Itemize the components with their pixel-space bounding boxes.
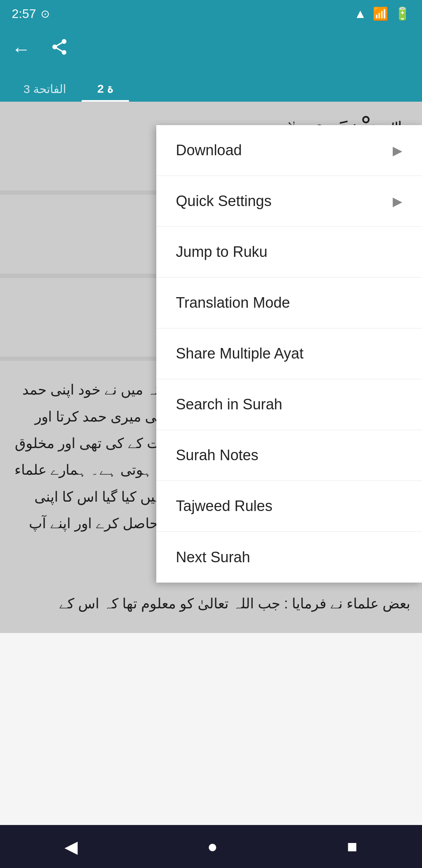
menu-item-share-multiple-ayat[interactable]: Share Multiple Ayat: [156, 328, 422, 379]
signal-icon: 📶: [373, 6, 388, 21]
share-button[interactable]: [50, 38, 69, 60]
dropdown-menu: Download ▶ Quick Settings ▶ Jump to Ruku…: [156, 125, 422, 583]
menu-item-search-in-surah[interactable]: Search in Surah: [156, 379, 422, 430]
back-button[interactable]: ←: [12, 38, 30, 60]
menu-surah-notes-label: Surah Notes: [176, 447, 258, 464]
main-content: بِّ الْعٰلَمِيْنَ ۙ 1 پارہ رکوع 1 سورۃ ر…: [0, 102, 422, 633]
menu-quick-settings-label: Quick Settings: [176, 193, 272, 210]
status-bar-left: 2:57 ⊙: [12, 7, 50, 21]
tab-2[interactable]: 2 ة: [82, 77, 129, 102]
battery-icon: 🔋: [395, 6, 410, 21]
tabs-bar: الفاتحة 3 2 ة: [0, 70, 422, 102]
status-time: 2:57: [12, 7, 36, 21]
menu-item-surah-notes[interactable]: Surah Notes: [156, 430, 422, 481]
menu-item-download[interactable]: Download ▶: [156, 125, 422, 176]
menu-item-tajweed-rules[interactable]: Tajweed Rules: [156, 481, 422, 532]
menu-item-next-surah[interactable]: Next Surah: [156, 532, 422, 583]
menu-next-surah-label: Next Surah: [176, 549, 250, 566]
bottom-nav: ◀ ● ■: [0, 825, 422, 868]
toolbar: ←: [0, 27, 422, 70]
menu-tajweed-label: Tajweed Rules: [176, 498, 272, 515]
status-bar: 2:57 ⊙ ▲ 📶 🔋: [0, 0, 422, 27]
menu-jump-ruku-label: Jump to Ruku: [176, 244, 267, 260]
status-bar-right: ▲ 📶 🔋: [354, 6, 410, 21]
menu-share-ayat-label: Share Multiple Ayat: [176, 345, 304, 362]
nav-home-button[interactable]: ●: [207, 837, 218, 856]
nav-back-button[interactable]: ◀: [64, 837, 78, 857]
menu-search-surah-label: Search in Surah: [176, 396, 283, 413]
quick-settings-arrow-icon: ▶: [393, 194, 402, 209]
menu-item-quick-settings[interactable]: Quick Settings ▶: [156, 176, 422, 227]
menu-download-label: Download: [176, 142, 242, 159]
menu-item-jump-to-ruku[interactable]: Jump to Ruku: [156, 227, 422, 278]
menu-translation-mode-label: Translation Mode: [176, 294, 290, 311]
wifi-icon: ▲: [354, 7, 367, 21]
tab-alfatiha[interactable]: الفاتحة 3: [8, 77, 82, 102]
download-arrow-icon: ▶: [393, 143, 402, 158]
notification-icon: ⊙: [41, 7, 50, 20]
menu-item-translation-mode[interactable]: Translation Mode: [156, 278, 422, 328]
nav-recent-button[interactable]: ■: [347, 837, 358, 856]
